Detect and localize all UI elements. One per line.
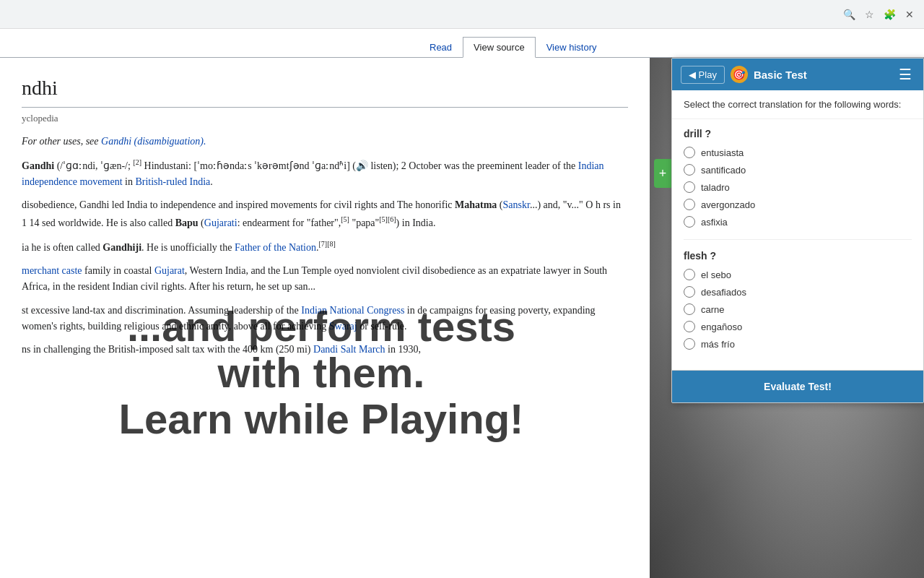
link-father-nation[interactable]: Father of the Nation	[235, 242, 316, 253]
quiz-option-1-4[interactable]: avergonzado	[684, 199, 912, 210]
quiz-title: Basic Test	[754, 69, 890, 81]
link-british-india[interactable]: British-ruled India	[135, 176, 210, 187]
link-inc[interactable]: Indian National Congress	[301, 305, 404, 316]
quiz-option-2-2[interactable]: desafiados	[684, 286, 912, 298]
overlay-line-3: Learn while Playing!	[0, 396, 642, 442]
wiki-para-3: ia he is often called Gandhiji. He is un…	[22, 238, 628, 256]
wiki-para-2: disobedience, Gandhi led India to indepe…	[22, 197, 628, 230]
quiz-option-1-2[interactable]: santificado	[684, 164, 912, 176]
quiz-radio-2-3[interactable]	[684, 303, 695, 315]
quiz-option-2-4[interactable]: engañoso	[684, 321, 912, 332]
evaluate-test-button[interactable]: Evaluate Test!	[672, 370, 923, 402]
browser-toolbar: 🔍 ☆ 🧩 ✕	[0, 0, 924, 29]
quiz-radio-1-5[interactable]	[684, 216, 695, 228]
link-sanskrit[interactable]: Sanskr	[503, 199, 530, 210]
quiz-radio-2-1[interactable]	[684, 269, 695, 280]
quiz-option-2-1[interactable]: el sebo	[684, 269, 912, 280]
wiki-title: ndhi	[22, 72, 628, 108]
quiz-option-label-2-1: el sebo	[701, 269, 731, 280]
quiz-radio-1-4[interactable]	[684, 199, 695, 210]
quiz-option-label-2-4: engañoso	[701, 322, 742, 332]
quiz-panel: ◀ Play 🎯 Basic Test ☰ Select the correct…	[671, 58, 924, 403]
quiz-option-1-5[interactable]: asfixia	[684, 216, 912, 228]
wiki-para-5: st excessive land-tax and discrimination…	[22, 303, 628, 335]
wiki-subtitle: yclopedia	[22, 111, 628, 126]
wiki-tabs-bar: Read View source View history	[0, 29, 924, 58]
quiz-radio-2-2[interactable]	[684, 286, 695, 298]
link-gujarati[interactable]: Gujarati	[204, 217, 237, 228]
quiz-option-label-1-3: taladro	[701, 182, 730, 193]
wiki-disambiguation: For other uses, see Gandhi (disambiguati…	[22, 134, 628, 150]
add-button[interactable]: +	[654, 159, 671, 188]
quiz-option-label-1-2: santificado	[701, 165, 746, 176]
quiz-radio-2-5[interactable]	[684, 338, 695, 350]
link-gujarat[interactable]: Gujarat	[154, 265, 185, 276]
quiz-menu-button[interactable]: ☰	[896, 66, 915, 83]
wiki-area: Read View source View history ndhi yclop…	[0, 29, 924, 578]
link-swaraj[interactable]: Swaraj	[329, 321, 357, 332]
link-dandi-march[interactable]: Dandi Salt March	[313, 344, 385, 355]
quiz-back-button[interactable]: ◀ Play	[681, 66, 725, 84]
wiki-para-4: merchant caste family in coastal Gujarat…	[22, 263, 628, 296]
tab-view-source[interactable]: View source	[463, 37, 536, 58]
quiz-radio-1-3[interactable]	[684, 181, 695, 193]
close-icon[interactable]: ✕	[902, 7, 917, 22]
disambiguation-link[interactable]: Gandhi (disambiguation).	[101, 136, 206, 147]
quiz-word-1: drill ?	[684, 128, 912, 139]
wiki-content: ndhi yclopedia For other uses, see Gandh…	[0, 58, 650, 380]
extension-icon[interactable]: 🧩	[882, 7, 897, 22]
quiz-option-label-1-1: entusiasta	[701, 147, 744, 158]
quiz-question-2: flesh ? el sebo desafiados carne engaños…	[684, 250, 912, 350]
quiz-header: ◀ Play 🎯 Basic Test ☰	[672, 59, 923, 90]
link-merchant-caste[interactable]: merchant caste	[22, 265, 82, 276]
search-icon[interactable]: 🔍	[842, 7, 856, 22]
quiz-option-2-3[interactable]: carne	[684, 303, 912, 315]
bookmark-icon[interactable]: ☆	[862, 7, 876, 22]
quiz-radio-1-2[interactable]	[684, 164, 695, 176]
quiz-option-2-5[interactable]: más frío	[684, 338, 912, 350]
quiz-radio-2-4[interactable]	[684, 321, 695, 332]
quiz-option-label-1-5: asfixia	[701, 217, 728, 228]
wiki-para-1: Gandhi (/ˈɡɑːndi, ˈɡæn-/; [2] Hindustani…	[22, 157, 628, 190]
quiz-title-icon: 🎯	[731, 66, 748, 83]
tab-view-history[interactable]: View history	[536, 37, 608, 58]
tab-read[interactable]: Read	[419, 37, 463, 58]
link-indian-independence[interactable]: Indian independence movement	[22, 160, 604, 187]
quiz-body: drill ? entusiasta santificado taladro a…	[672, 119, 923, 370]
quiz-option-label-2-2: desafiados	[701, 287, 746, 298]
quiz-word-2: flesh ?	[684, 250, 912, 262]
wiki-para-6: ns in challenging the British-imposed sa…	[22, 342, 628, 358]
quiz-divider-1	[684, 239, 912, 240]
quiz-option-label-2-3: carne	[701, 304, 725, 315]
quiz-instruction: Select the correct translation for the f…	[672, 90, 923, 119]
quiz-option-label-1-4: avergonzado	[701, 199, 755, 210]
quiz-option-1-1[interactable]: entusiasta	[684, 147, 912, 158]
quiz-question-1: drill ? entusiasta santificado taladro a…	[684, 128, 912, 228]
quiz-option-label-2-5: más frío	[701, 339, 735, 350]
quiz-radio-1-1[interactable]	[684, 147, 695, 158]
quiz-option-1-3[interactable]: taladro	[684, 181, 912, 193]
